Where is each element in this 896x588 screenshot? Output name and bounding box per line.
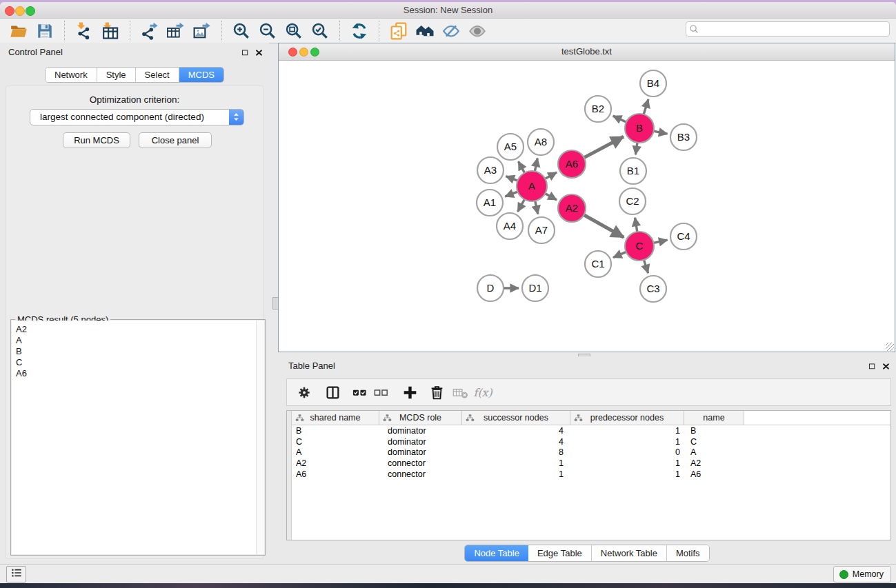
table-cell[interactable]: 0: [570, 447, 684, 457]
graph-edge-C-C2[interactable]: [635, 218, 638, 234]
float-panel-icon[interactable]: [868, 361, 877, 370]
table-cell[interactable]: dominator: [379, 426, 462, 436]
graph-node-D[interactable]: D: [477, 275, 504, 301]
tab-network-table[interactable]: Network Table: [592, 545, 667, 561]
select-all-checkboxes-icon[interactable]: [352, 385, 368, 401]
graph-edge-A2-C[interactable]: [583, 214, 624, 238]
close-panel-icon[interactable]: [255, 48, 263, 57]
import-network-icon[interactable]: [74, 21, 94, 41]
graph-edge-A-A1[interactable]: [505, 191, 519, 196]
table-cell[interactable]: B: [684, 426, 744, 436]
table-row[interactable]: A6connector11A6: [292, 469, 890, 480]
tab-select[interactable]: Select: [136, 68, 179, 82]
table-cell[interactable]: C: [292, 437, 379, 447]
zoom-out-icon[interactable]: [258, 21, 277, 41]
table-cell[interactable]: 1: [570, 458, 684, 468]
graph-edge-A-A4[interactable]: [518, 199, 526, 212]
table-cell[interactable]: A2: [684, 458, 744, 468]
mcds-result-list[interactable]: A2ABCA6: [12, 321, 264, 554]
open-folder-icon[interactable]: [9, 21, 28, 41]
table-cell[interactable]: 8: [462, 447, 570, 457]
graph-node-C1[interactable]: C1: [585, 251, 611, 277]
delete-column-icon[interactable]: [429, 385, 445, 401]
graph-edge-A-A2[interactable]: [544, 193, 557, 200]
memory-button[interactable]: Memory: [833, 566, 891, 582]
tab-network[interactable]: Network: [46, 68, 97, 82]
table-cell[interactable]: 1: [570, 469, 684, 479]
tab-edge-table[interactable]: Edge Table: [528, 545, 592, 561]
graph-node-B[interactable]: B: [625, 114, 654, 143]
table-cell[interactable]: A: [684, 447, 744, 457]
result-list-scrollbar[interactable]: [256, 321, 264, 554]
search-input[interactable]: [700, 22, 889, 36]
graph-node-A4[interactable]: A4: [497, 213, 523, 239]
tab-motifs[interactable]: Motifs: [667, 545, 709, 561]
network-file-icon[interactable]: [389, 21, 408, 41]
graph-node-C2[interactable]: C2: [619, 188, 646, 214]
graph-node-A[interactable]: A: [517, 171, 547, 201]
import-table-icon[interactable]: [101, 21, 120, 41]
mcds-result-item[interactable]: A: [16, 335, 264, 346]
graph-node-A7[interactable]: A7: [528, 217, 555, 243]
column-header-MCDS-role[interactable]: MCDS role: [379, 411, 462, 425]
table-cell[interactable]: 1: [462, 469, 570, 479]
graph-node-D1[interactable]: D1: [522, 275, 548, 301]
tab-style[interactable]: Style: [97, 68, 136, 82]
graph-node-A8[interactable]: A8: [528, 129, 554, 155]
hide-graphics-details-icon[interactable]: [441, 21, 461, 41]
graph-node-A6[interactable]: A6: [558, 150, 586, 178]
graph-node-A5[interactable]: A5: [497, 134, 524, 160]
close-panel-button[interactable]: Close panel: [139, 132, 212, 148]
table-cell[interactable]: dominator: [379, 437, 462, 447]
table-cell[interactable]: B: [292, 426, 379, 436]
mcds-result-item[interactable]: B: [16, 346, 264, 357]
zoom-selected-icon[interactable]: [310, 21, 330, 41]
mcds-result-item[interactable]: A6: [16, 368, 264, 379]
graph-edge-A-A5[interactable]: [519, 161, 526, 174]
home-icon[interactable]: [415, 21, 435, 41]
column-header-name[interactable]: name: [684, 411, 744, 425]
graph-node-B1[interactable]: B1: [620, 158, 646, 184]
run-mcds-button[interactable]: Run MCDS: [63, 132, 130, 148]
zoom-in-icon[interactable]: [232, 21, 251, 41]
column-header-shared-name[interactable]: shared name: [292, 411, 379, 425]
table-row[interactable]: A2connector11A2: [292, 458, 890, 469]
search-field[interactable]: [686, 21, 890, 37]
graph-node-B4[interactable]: B4: [640, 70, 666, 97]
graph-edge-A-A6[interactable]: [544, 172, 557, 179]
float-panel-icon[interactable]: [241, 48, 250, 57]
graph-node-C[interactable]: C: [625, 232, 654, 261]
graph-edge-A-A8[interactable]: [535, 159, 537, 173]
tab-mcds[interactable]: MCDS: [179, 68, 223, 82]
table-cell[interactable]: A6: [292, 469, 379, 479]
save-icon[interactable]: [35, 21, 54, 41]
graph-node-C4[interactable]: C4: [670, 223, 697, 250]
network-canvas[interactable]: AA6A2BCA5A8A3A1A4A7B2B4B3B1C2C4C1C3DD1: [279, 60, 895, 352]
graph-edge-B-B4[interactable]: [644, 99, 648, 116]
gear-icon[interactable]: [297, 385, 312, 401]
graph-node-A1[interactable]: A1: [477, 190, 503, 216]
table-row[interactable]: Adominator80A: [292, 447, 890, 458]
flatten-tree-icon[interactable]: [574, 414, 583, 423]
graph-edge-B-B3[interactable]: [653, 131, 668, 134]
resize-grip-icon[interactable]: [886, 343, 894, 351]
table-cell[interactable]: A: [292, 447, 379, 457]
table-row[interactable]: Cdominator41C: [292, 436, 890, 447]
graph-edge-A-A7[interactable]: [535, 200, 538, 214]
mcds-result-item[interactable]: C: [16, 357, 264, 368]
deselect-all-checkboxes-icon[interactable]: [373, 385, 389, 401]
table-cell[interactable]: A2: [292, 458, 379, 468]
graph-edge-C-C1[interactable]: [613, 252, 628, 258]
table-cell[interactable]: 4: [462, 426, 570, 436]
add-column-icon[interactable]: [402, 385, 418, 401]
graph-edge-B-B2[interactable]: [613, 116, 628, 123]
export-network-icon[interactable]: [140, 21, 159, 41]
export-image-icon[interactable]: [192, 21, 212, 41]
table-cell[interactable]: connector: [379, 469, 462, 479]
mcds-result-item[interactable]: A2: [16, 324, 264, 335]
optimization-criterion-dropdown[interactable]: largest connected component (directed): [30, 109, 244, 125]
graph-node-A2[interactable]: A2: [558, 194, 586, 222]
table-cell[interactable]: dominator: [379, 447, 462, 457]
export-table-icon[interactable]: [166, 21, 186, 41]
zoom-fit-icon[interactable]: [284, 21, 303, 41]
